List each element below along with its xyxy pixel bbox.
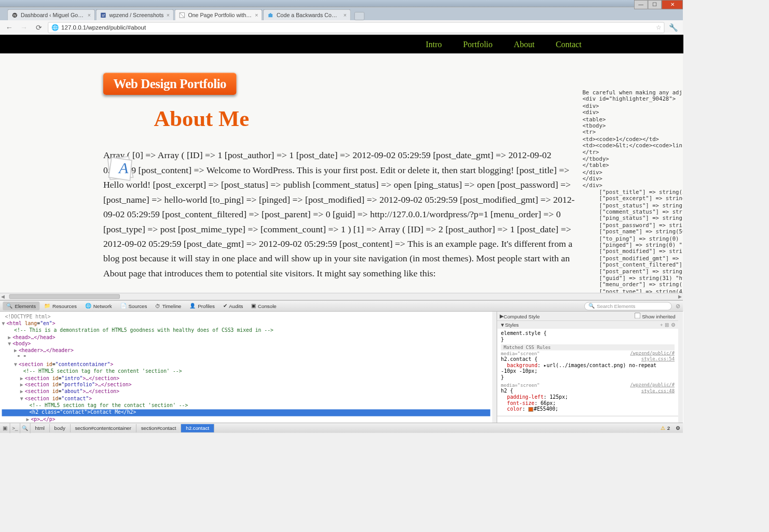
svg-rect-5 xyxy=(268,14,272,17)
devtools-tab-audits[interactable]: ✔Audits xyxy=(219,302,247,311)
tab-portfolio[interactable]: One Page Portfolio with H… × xyxy=(175,9,263,20)
breadcrumb-contentcontainer[interactable]: section#contentcontainer xyxy=(71,424,136,432)
url-input[interactable]: 🌐 127.0.0.1/wpzend/public/#about ☆ xyxy=(48,22,664,33)
window-titlebar: — ☐ ✕ xyxy=(0,0,683,7)
page-viewport: Intro Portfolio About Contact Web Design… xyxy=(0,35,683,292)
resources-icon: 📁 xyxy=(44,303,50,309)
show-inherited-label: Show inherited xyxy=(642,314,676,320)
nav-contact[interactable]: Contact xyxy=(556,39,582,49)
tab-label: Dashboard ‹ Miguel Gome… xyxy=(21,12,85,18)
dom-scrollbar[interactable] xyxy=(492,312,497,423)
svg-text:W: W xyxy=(13,13,17,17)
scroll-right-icon[interactable]: ▶ xyxy=(678,294,682,299)
new-style-icon[interactable]: + xyxy=(660,322,663,328)
favicon-icon: sf xyxy=(100,12,106,18)
breadcrumb-h2[interactable]: h2.contact xyxy=(181,424,214,432)
element-style-rule[interactable]: element.style { } xyxy=(501,331,675,343)
tab-dashboard[interactable]: W Dashboard ‹ Miguel Gome… × xyxy=(7,9,95,20)
reload-button[interactable]: ⟳ xyxy=(33,22,44,33)
favicon-icon: W xyxy=(11,12,18,18)
source-link[interactable]: style.css:48 xyxy=(641,388,675,394)
close-button[interactable]: ✕ xyxy=(662,0,683,9)
svg-text:A: A xyxy=(118,159,129,177)
devtools-tab-resources[interactable]: 📁Resources xyxy=(40,302,80,311)
devtools-tab-elements[interactable]: 🔍Elements xyxy=(3,302,39,311)
dock-icon[interactable]: ▣ xyxy=(0,423,10,433)
styles-scrollbar[interactable] xyxy=(678,312,683,423)
page-body-text: Array ( [0] => Array ( [ID] => 1 [post_a… xyxy=(103,148,582,281)
favicon-icon xyxy=(179,12,185,18)
scroll-left-icon[interactable]: ◀ xyxy=(1,294,5,299)
settings-icon[interactable]: 🔧 xyxy=(668,22,679,33)
devtools-search-input[interactable]: 🔍 Search Elements xyxy=(584,302,672,310)
minimize-button[interactable]: — xyxy=(634,0,648,9)
nav-intro[interactable]: Intro xyxy=(425,39,442,49)
site-topnav: Intro Portfolio About Contact xyxy=(0,35,683,53)
tab-code[interactable]: Code a Backwards Compa… × xyxy=(263,9,351,20)
styles-sidebar: ▶ Computed Style Show inherited ▼ Styles… xyxy=(497,312,678,423)
tab-close-icon[interactable]: × xyxy=(88,12,91,18)
gear-icon[interactable]: ⚙ xyxy=(671,322,676,328)
nav-about[interactable]: About xyxy=(514,39,534,49)
network-icon: 🌐 xyxy=(85,303,91,309)
site-logo[interactable]: Web Design Portfolio xyxy=(103,73,237,95)
devtools-toolbar: 🔍Elements 📁Resources 🌐Network 📄Sources ⏱… xyxy=(0,301,683,312)
devtools-close-icon[interactable]: ⊘ xyxy=(676,303,680,309)
elements-icon: 🔍 xyxy=(6,303,12,309)
breadcrumb-contact[interactable]: section#contact xyxy=(136,424,182,432)
console-icon: ▣ xyxy=(251,303,256,309)
source-link[interactable]: /wpzend/public/# xyxy=(630,351,675,356)
tab-close-icon[interactable]: × xyxy=(344,12,347,18)
tab-label: Code a Backwards Compa… xyxy=(277,12,340,18)
globe-icon: 🌐 xyxy=(51,24,59,31)
devtools-tab-sources[interactable]: 📄Sources xyxy=(116,302,150,311)
settings-gear-icon[interactable]: ⚙ xyxy=(676,425,680,431)
styles-header[interactable]: ▼ Styles +⊞⚙ xyxy=(497,321,678,329)
breadcrumb-html[interactable]: html xyxy=(31,424,50,432)
sources-icon: 📄 xyxy=(120,303,127,309)
horizontal-scrollbar[interactable]: ◀ ▶ xyxy=(0,293,683,300)
favicon-icon xyxy=(267,12,273,18)
back-button[interactable]: ← xyxy=(4,22,15,33)
computed-style-header[interactable]: ▶ Computed Style Show inherited xyxy=(497,312,678,320)
tab-label: wpzend / Screenshots xyxy=(109,12,163,18)
dom-tree[interactable]: <!DOCTYPE html> ▼<html lang="en"> <!-- T… xyxy=(0,312,492,423)
page-heading: About Me xyxy=(154,106,582,131)
svg-rect-6 xyxy=(270,13,271,14)
svg-text:sf: sf xyxy=(102,13,104,17)
timeline-icon: ⏱ xyxy=(155,303,160,309)
audits-icon: ✔ xyxy=(223,303,227,309)
new-tab-button[interactable] xyxy=(354,12,365,20)
devtools: 🔍Elements 📁Resources 🌐Network 📄Sources ⏱… xyxy=(0,300,683,433)
source-link[interactable]: style.css:54 xyxy=(641,356,675,361)
devtools-tab-profiles[interactable]: 👤Profiles xyxy=(186,302,218,311)
breadcrumb-body[interactable]: body xyxy=(50,424,71,432)
tab-close-icon[interactable]: × xyxy=(167,12,170,18)
devtools-tab-timeline[interactable]: ⏱Timeline xyxy=(152,302,185,310)
console-toggle-icon[interactable]: >_ xyxy=(10,423,21,433)
devtools-statusbar: ▣ >_ 🔍 html body section#contentcontaine… xyxy=(0,423,683,433)
devtools-tab-console[interactable]: ▣Console xyxy=(248,302,280,311)
css-rule-contact[interactable]: /wpzend/public/# media="screen" style.cs… xyxy=(501,351,675,381)
forward-button[interactable]: → xyxy=(19,22,30,33)
inspect-icon[interactable]: 🔍 xyxy=(20,423,31,433)
css-rule-h2[interactable]: /wpzend/public/# media="screen" style.cs… xyxy=(501,382,675,412)
browser-tabbar: W Dashboard ‹ Miguel Gome… × sf wpzend /… xyxy=(0,7,683,20)
tab-close-icon[interactable]: × xyxy=(255,12,258,18)
warning-count: 2 xyxy=(667,425,670,431)
warning-icon[interactable]: ⚠ xyxy=(661,425,665,431)
show-inherited-checkbox[interactable] xyxy=(635,313,641,319)
source-link[interactable]: /wpzend/public/# xyxy=(630,382,675,387)
profiles-icon: 👤 xyxy=(189,303,196,309)
devtools-tab-network[interactable]: 🌐Network xyxy=(81,302,116,311)
bookmark-star-icon[interactable]: ☆ xyxy=(656,24,662,31)
tab-label: One Page Portfolio with H… xyxy=(188,12,252,18)
maximize-button[interactable]: ☐ xyxy=(648,0,662,9)
scroll-thumb[interactable] xyxy=(9,294,120,299)
nav-portfolio[interactable]: Portfolio xyxy=(463,39,492,49)
matched-rules-label: Matched CSS Rules xyxy=(501,344,675,351)
tab-screenshots[interactable]: sf wpzend / Screenshots × xyxy=(96,9,174,20)
toggle-state-icon[interactable]: ⊞ xyxy=(665,322,669,328)
selected-dom-node[interactable]: <h2 class="contact">Contact Me</h2> xyxy=(2,409,490,416)
color-swatch[interactable] xyxy=(528,407,533,412)
